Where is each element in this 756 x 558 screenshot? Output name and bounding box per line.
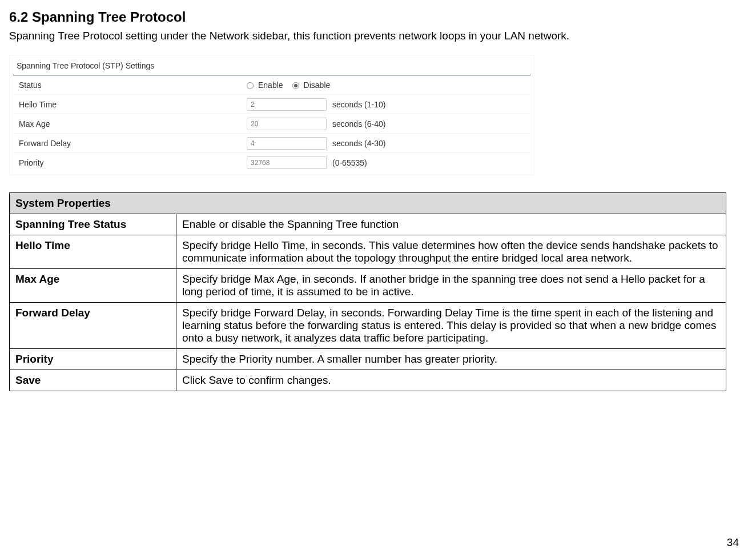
- hello-range: seconds (1-10): [332, 100, 385, 109]
- prop-desc: Specify the Priority number. A smaller n…: [176, 349, 726, 370]
- prop-name: Hello Time: [10, 235, 176, 269]
- prop-name: Spanning Tree Status: [10, 214, 176, 235]
- table-row: Priority Specify the Priority number. A …: [10, 349, 726, 370]
- prop-desc: Specify bridge Hello Time, in seconds. T…: [176, 235, 726, 269]
- prop-desc: Enable or disable the Spanning Tree func…: [176, 214, 726, 235]
- row-priority: Priority 32768 (0-65535): [13, 153, 530, 172]
- page-number: 34: [727, 536, 739, 549]
- row-hello-time: Hello Time 2 seconds (1-10): [13, 95, 530, 114]
- priority-label: Priority: [15, 158, 247, 167]
- radio-enable[interactable]: [247, 82, 254, 89]
- radio-disable[interactable]: [292, 82, 299, 89]
- table-row: Max Age Specify bridge Max Age, in secon…: [10, 269, 726, 303]
- prop-name: Forward Delay: [10, 303, 176, 349]
- table-header-row: System Properties: [10, 193, 726, 214]
- prop-desc: Specify bridge Forward Delay, in seconds…: [176, 303, 726, 349]
- hello-label: Hello Time: [15, 100, 247, 109]
- disable-text: Disable: [304, 81, 331, 90]
- status-label: Status: [15, 81, 247, 90]
- prop-desc: Click Save to confirm changes.: [176, 370, 726, 391]
- maxage-input[interactable]: 20: [247, 118, 327, 130]
- forward-label: Forward Delay: [15, 139, 247, 148]
- prop-desc: Specify bridge Max Age, in seconds. If a…: [176, 269, 726, 303]
- row-forward-delay: Forward Delay 4 seconds (4-30): [13, 134, 530, 153]
- prop-name: Priority: [10, 349, 176, 370]
- hello-input[interactable]: 2: [247, 98, 327, 111]
- system-properties-table: System Properties Spanning Tree Status E…: [9, 192, 726, 391]
- section-heading: 6.2 Spanning Tree Protocol: [9, 9, 726, 25]
- prop-name: Max Age: [10, 269, 176, 303]
- properties-header: System Properties: [10, 193, 726, 214]
- row-max-age: Max Age 20 seconds (6-40): [13, 114, 530, 134]
- settings-title: Spanning Tree Protocol (STP) Settings: [13, 58, 530, 75]
- maxage-range: seconds (6-40): [332, 119, 385, 129]
- table-row: Save Click Save to confirm changes.: [10, 370, 726, 391]
- stp-settings-panel: Spanning Tree Protocol (STP) Settings St…: [9, 55, 534, 175]
- maxage-label: Max Age: [15, 119, 247, 129]
- intro-paragraph: Spanning Tree Protocol setting under the…: [9, 30, 726, 42]
- table-row: Hello Time Specify bridge Hello Time, in…: [10, 235, 726, 269]
- table-row: Spanning Tree Status Enable or disable t…: [10, 214, 726, 235]
- priority-input[interactable]: 32768: [247, 156, 327, 169]
- priority-range: (0-65535): [332, 158, 367, 167]
- enable-text: Enable: [258, 81, 283, 90]
- table-row: Forward Delay Specify bridge Forward Del…: [10, 303, 726, 349]
- forward-input[interactable]: 4: [247, 137, 327, 150]
- prop-name: Save: [10, 370, 176, 391]
- forward-range: seconds (4-30): [332, 139, 385, 148]
- row-status: Status Enable Disable: [13, 75, 530, 95]
